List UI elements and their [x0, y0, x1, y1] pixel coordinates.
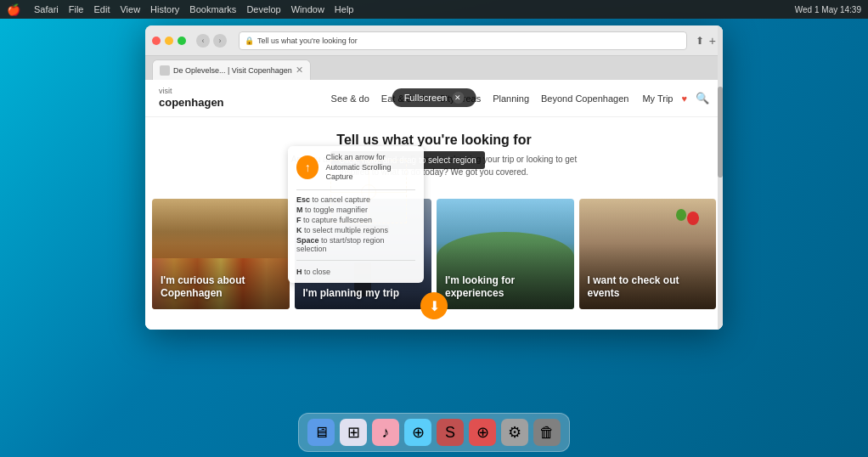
- apple-menu[interactable]: 🍎: [7, 3, 20, 16]
- active-tab[interactable]: De Oplevelse... | Visit Copenhagen ✕: [152, 59, 311, 80]
- browser-chrome: ‹ › 🔒 Tell us what you're looking for ⬆ …: [145, 25, 723, 56]
- fullscreen-close-button[interactable]: ✕: [452, 92, 464, 104]
- key-esc: Esc to cancel capture: [296, 195, 415, 204]
- menu-history[interactable]: History: [150, 4, 179, 14]
- nav-right: My Trip ♥ 🔍: [642, 92, 709, 104]
- hero-title: Tell us what you're looking for: [159, 133, 709, 148]
- browser-window: ‹ › 🔒 Tell us what you're looking for ⬆ …: [145, 25, 723, 330]
- menu-clock: Wed 1 May 14:39: [795, 5, 861, 14]
- card-overlay: I'm curious about Copenhagen: [152, 199, 290, 309]
- menu-file[interactable]: File: [69, 4, 84, 14]
- heart-icon[interactable]: ♥: [681, 93, 687, 104]
- card-label-planning: I'm planning my trip: [303, 287, 400, 301]
- search-icon[interactable]: 🔍: [696, 92, 709, 104]
- forward-button[interactable]: ›: [213, 34, 227, 48]
- menu-view[interactable]: View: [120, 4, 140, 14]
- card-label-curious: I'm curious about Copenhagen: [161, 274, 281, 301]
- tab-title: De Oplevelse... | Visit Copenhagen: [173, 66, 292, 75]
- close-button[interactable]: [152, 37, 161, 45]
- browser-nav: ‹ ›: [196, 34, 227, 48]
- capture-panel-text: Click an arrow for Automatic Scrolling C…: [325, 153, 415, 183]
- capture-arrow-icon: ↑: [296, 155, 318, 179]
- key-f: F to capture fullscreen: [296, 216, 415, 224]
- dock-compass[interactable]: ⊕: [469, 419, 496, 446]
- dock-finder[interactable]: 🖥: [307, 419, 335, 446]
- key-space: Space to start/stop region selection: [296, 236, 415, 253]
- key-h: H to close: [296, 268, 415, 276]
- browser-scrollbar[interactable]: [718, 25, 723, 330]
- share-button[interactable]: ⬆: [696, 35, 704, 47]
- menubar-right: Wed 1 May 14:39: [795, 5, 861, 14]
- url-text: Tell us what you're looking for: [257, 37, 358, 45]
- fullscreen-toast: Fullscreen ✕: [392, 88, 476, 107]
- key-m: M to toggle magnifier: [296, 206, 415, 214]
- add-tab-button[interactable]: +: [709, 34, 716, 48]
- capture-divider: [296, 189, 415, 190]
- capture-keys: Esc to cancel capture M to toggle magnif…: [296, 195, 415, 276]
- scroll-section: ⬇: [145, 318, 723, 330]
- traffic-lights: [152, 37, 186, 45]
- capture-header: ↑ Click an arrow for Automatic Scrolling…: [296, 153, 415, 183]
- menu-edit[interactable]: Edit: [93, 4, 110, 14]
- tab-close-button[interactable]: ✕: [296, 65, 303, 76]
- card-experiences[interactable]: I'm looking for experiences: [437, 199, 574, 309]
- tab-bar: De Oplevelse... | Visit Copenhagen ✕: [145, 56, 723, 80]
- menu-bookmarks[interactable]: Bookmarks: [189, 4, 236, 14]
- logo-top: visit: [159, 87, 224, 96]
- fullscreen-label: Fullscreen: [404, 93, 448, 103]
- dock-music[interactable]: ♪: [372, 419, 399, 446]
- capture-title: Click an arrow for: [325, 153, 415, 163]
- back-button[interactable]: ‹: [196, 34, 210, 48]
- scroll-down-button[interactable]: ⬇: [420, 292, 448, 319]
- logo-bottom: copenhagen: [159, 96, 224, 110]
- card-label-experiences: I'm looking for experiences: [445, 274, 566, 301]
- dock-sketch[interactable]: S: [437, 419, 464, 446]
- address-bar[interactable]: 🔒 Tell us what you're looking for: [239, 31, 687, 50]
- card-overlay-3: I'm looking for experiences: [437, 199, 574, 309]
- nav-beyond[interactable]: Beyond Copenhagen: [541, 93, 628, 104]
- menubar: 🍎 Safari File Edit View History Bookmark…: [0, 0, 868, 19]
- menu-develop[interactable]: Develop: [246, 4, 280, 14]
- website-content: visit copenhagen See & do Eat & drink Ci…: [145, 80, 723, 330]
- site-logo: visit copenhagen: [159, 87, 224, 109]
- card-label-events: I want to check out events: [588, 274, 708, 301]
- maximize-button[interactable]: [178, 37, 186, 45]
- nav-planning[interactable]: Planning: [493, 93, 529, 104]
- key-k: K to select multiple regions: [296, 226, 415, 234]
- my-trip-link[interactable]: My Trip: [642, 93, 673, 104]
- minimize-button[interactable]: [165, 37, 173, 45]
- browser-actions: ⬆ +: [696, 34, 716, 48]
- dock-trash[interactable]: 🗑: [533, 419, 561, 446]
- card-curious[interactable]: I'm curious about Copenhagen: [152, 199, 290, 309]
- menu-help[interactable]: Help: [335, 4, 354, 14]
- dock-settings[interactable]: ⚙: [501, 419, 528, 446]
- card-overlay-4: I want to check out events: [579, 199, 717, 309]
- tab-favicon: [160, 65, 170, 76]
- capture-subtitle: Automatic Scrolling Capture: [325, 163, 415, 183]
- nav-links: See & do Eat & drink City areas Planning…: [331, 93, 629, 104]
- nav-see-do[interactable]: See & do: [331, 93, 369, 104]
- capture-divider-2: [296, 260, 415, 261]
- dock-podcasts[interactable]: ⊕: [404, 419, 431, 446]
- capture-panel: ↑ Click an arrow for Automatic Scrolling…: [288, 146, 424, 283]
- menu-window[interactable]: Window: [291, 4, 324, 14]
- scrollbar-thumb[interactable]: [718, 87, 723, 178]
- card-events[interactable]: I want to check out events: [579, 199, 717, 309]
- menu-safari[interactable]: Safari: [34, 4, 59, 14]
- dock: 🖥 ⊞ ♪ ⊕ S ⊕ ⚙ 🗑: [298, 413, 570, 452]
- lock-icon: 🔒: [245, 37, 254, 45]
- dock-launchpad[interactable]: ⊞: [340, 419, 367, 446]
